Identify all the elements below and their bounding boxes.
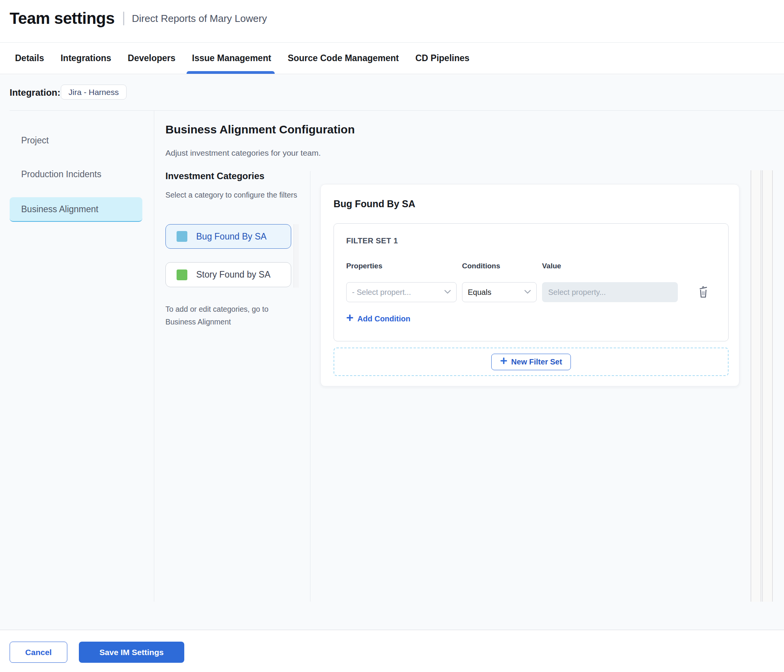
value-field-wrapper [542,282,678,302]
investment-categories-title: Investment Categories [165,171,264,181]
tab-developers[interactable]: Developers [128,43,175,74]
category-button-bug-found-by-sa[interactable]: Bug Found By SA [165,224,291,249]
categories-note: To add or edit categories, go to Busines… [165,303,298,328]
column-header-value: Value [542,262,561,270]
integration-divider [10,110,784,111]
plus-icon [346,314,354,323]
filter-set-title: FILTER SET 1 [346,236,398,245]
category-color-swatch [177,231,187,242]
cancel-button[interactable]: Cancel [10,642,67,663]
column-header-properties: Properties [346,262,382,270]
tab-bar: Details Integrations Developers Issue Ma… [0,43,784,74]
category-label: Story Found by SA [196,269,270,280]
page-scrollbar-track[interactable] [762,170,773,602]
footer-bar: Cancel Save IM Settings [0,630,784,672]
filter-set-panel: FILTER SET 1 Properties Conditions Value… [334,223,729,341]
sidebar-item-label: Business Alignment [21,204,98,215]
tab-details[interactable]: Details [15,43,44,74]
tab-cd-pipelines[interactable]: CD Pipelines [415,43,470,74]
delete-condition-button[interactable] [696,284,711,300]
column-header-conditions: Conditions [462,262,500,270]
sidebar-item-business-alignment[interactable]: Business Alignment [10,197,142,222]
properties-select[interactable]: - Select propert... [346,282,457,302]
investment-categories-hint: Select a category to configure the filte… [165,189,298,201]
tab-source-code-management[interactable]: Source Code Management [288,43,399,74]
config-card-title: Bug Found By SA [334,198,415,210]
value-input[interactable] [548,288,672,297]
team-settings-page: Team settings Direct Reports of Mary Low… [0,0,784,672]
categories-divider [310,171,310,602]
sidebar-divider [154,110,154,602]
sidebar-item-production-incidents[interactable]: Production Incidents [21,169,101,180]
page-header: Team settings Direct Reports of Mary Low… [0,0,784,42]
tab-issue-management[interactable]: Issue Management [192,43,271,74]
section-subtitle: Adjust investment categories for your te… [165,148,321,158]
category-list-scrollbar[interactable] [294,224,299,288]
section-title: Business Alignment Configuration [165,123,355,136]
card-scrollbar-track[interactable] [751,170,761,602]
new-filter-set-button[interactable]: New Filter Set [491,354,571,370]
chevron-down-icon [524,289,531,296]
integration-chip[interactable]: Jira - Harness [61,85,127,100]
content-area: Integration: Jira - Harness Project Prod… [0,75,784,630]
conditions-select-value: Equals [468,288,491,297]
plus-icon [500,357,507,366]
new-filter-set-dropzone: New Filter Set [334,348,729,376]
properties-select-placeholder: - Select propert... [352,288,411,297]
tab-integrations[interactable]: Integrations [60,43,111,74]
save-im-settings-button[interactable]: Save IM Settings [79,642,184,663]
category-label: Bug Found By SA [196,231,267,242]
trash-icon [697,285,710,300]
new-filter-set-label: New Filter Set [511,358,562,366]
integration-label: Integration: [10,87,60,98]
category-config-card: Bug Found By SA FILTER SET 1 Properties … [320,184,739,386]
page-subtitle: Direct Reports of Mary Lowery [132,13,267,25]
add-condition-button[interactable]: Add Condition [346,314,410,323]
sidebar-item-project[interactable]: Project [21,135,49,146]
page-title: Team settings [10,9,115,28]
add-condition-label: Add Condition [357,314,410,323]
category-button-story-found-by-sa[interactable]: Story Found by SA [165,262,291,287]
category-color-swatch [177,269,187,280]
chevron-down-icon [444,289,451,296]
title-separator [123,12,124,25]
conditions-select[interactable]: Equals [462,282,537,302]
